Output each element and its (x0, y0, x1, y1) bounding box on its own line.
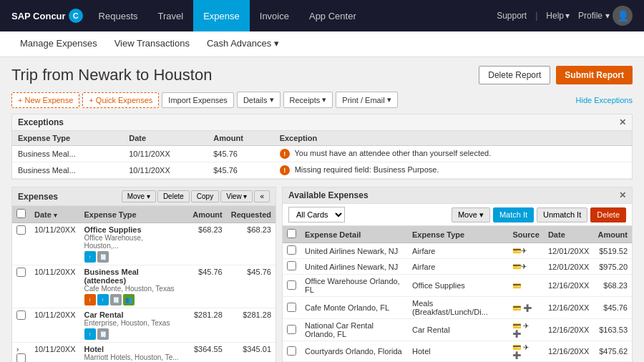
available-expense-checkbox[interactable] (287, 261, 296, 270)
expense-receipt-icon[interactable]: 🧾 (97, 251, 109, 263)
help-link[interactable]: Help ▾ (546, 11, 570, 21)
expenses-col-date: Date ▾ (30, 206, 80, 223)
expense-checkbox[interactable] (16, 268, 26, 277)
expenses-delete-button[interactable]: Delete (157, 190, 190, 202)
print-chevron-icon: ▾ (387, 95, 391, 104)
expense-row: 10/11/20XX Business Meal (attendees) Caf… (12, 265, 275, 308)
expense-action-icon[interactable]: ↑ (84, 328, 96, 340)
expense-receipt-icon[interactable]: 🧾 (110, 294, 122, 305)
expense-date: 10/11/20XX (30, 223, 80, 265)
available-expense-row: United Airlines Newark, NJ Airfare 💳✈ 12… (283, 243, 632, 259)
expense-type: Hotel Marriott Hotels, Houston, Te... ↑ … (80, 343, 183, 363)
nav-expense[interactable]: Expense (193, 0, 250, 31)
expenses-view-button[interactable]: View ▾ (220, 190, 253, 202)
available-unmatch-button[interactable]: Unmatch It (537, 207, 587, 222)
receipts-button[interactable]: Receipts ▾ (283, 92, 333, 108)
profile-chevron-icon: ▾ (605, 11, 610, 21)
toolbar-right: Hide Exceptions (576, 95, 633, 105)
expense-receipt-icon[interactable]: 🧾 (97, 328, 109, 340)
help-chevron-icon: ▾ (565, 11, 570, 21)
available-expenses-close-button[interactable]: ✕ (619, 190, 626, 200)
print-email-button[interactable]: Print / Email ▾ (336, 92, 397, 108)
details-chevron-icon: ▾ (270, 95, 274, 104)
avail-amount: $68.23 (593, 275, 632, 297)
expense-action-icon[interactable]: ↑ (97, 294, 109, 305)
available-expense-checkbox[interactable] (287, 280, 296, 290)
sub-navigation: Manage Expenses View Transactions Cash A… (0, 31, 644, 57)
expense-checkbox[interactable] (16, 225, 26, 235)
nav-divider: | (535, 11, 537, 21)
subnav-manage-expenses[interactable]: Manage Expenses (11, 31, 106, 57)
avail-type: Meals (Breakfast/Lunch/Di... (408, 297, 508, 319)
available-expense-checkbox[interactable] (287, 245, 296, 255)
avail-type: Car Rental (408, 319, 508, 341)
submit-report-button[interactable]: Submit Report (556, 66, 633, 84)
exceptions-close-button[interactable]: ✕ (619, 117, 626, 127)
expense-checkbox[interactable] (16, 353, 26, 362)
avail-type: Office Supplies (408, 275, 508, 297)
report-header: Trip from Newark to Houston Delete Repor… (11, 66, 633, 84)
avail-date: 12/16/20XX (544, 275, 594, 297)
select-all-expenses-checkbox[interactable] (16, 209, 26, 218)
nav-travel[interactable]: Travel (148, 0, 194, 31)
expense-action-icon[interactable]: ↑ (84, 251, 96, 263)
avail-detail: United Airlines Newark, NJ (301, 243, 408, 259)
expense-amount: $45.76 (183, 265, 227, 308)
exc-amount: $45.76 (208, 146, 273, 162)
available-move-button[interactable]: Move ▾ (452, 207, 490, 222)
exception-row: Business Meal... 10/11/20XX $45.76 ! Mis… (12, 162, 632, 179)
nav-requests[interactable]: Requests (89, 0, 148, 31)
new-expense-button[interactable]: + New Expense (11, 92, 79, 108)
avail-amount: $519.52 (593, 243, 632, 259)
exc-type: Business Meal... (12, 146, 123, 162)
receipts-chevron-icon: ▾ (322, 95, 326, 104)
available-expense-checkbox[interactable] (287, 346, 296, 356)
expenses-header-actions: Move ▾ Delete Copy View ▾ « (122, 190, 270, 202)
expense-row: 10/11/20XX Office Supplies Office Wareho… (12, 223, 275, 265)
import-expenses-button[interactable]: Import Expenses (162, 92, 234, 108)
available-expense-checkbox[interactable] (287, 303, 296, 312)
card-select-dropdown[interactable]: All Cards (288, 207, 345, 222)
support-link[interactable]: Support (497, 11, 527, 21)
expand-chevron-icon[interactable]: › (16, 346, 19, 353)
available-expense-checkbox[interactable] (287, 325, 296, 334)
expenses-copy-button[interactable]: Copy (191, 190, 219, 202)
expense-type: Office Supplies Office Warehouse, Housto… (80, 223, 183, 265)
sap-concur-logo: SAP Concur C (11, 9, 83, 23)
subnav-cash-advances[interactable]: Cash Advances ▾ (198, 31, 288, 57)
select-all-available-checkbox[interactable] (287, 229, 296, 238)
available-match-button[interactable]: Match It (493, 207, 534, 222)
avail-detail: Office Warehouse Orlando, FL (301, 275, 408, 297)
expenses-collapse-button[interactable]: « (254, 190, 270, 202)
avail-col-detail: Expense Detail (301, 226, 408, 243)
expense-checkbox[interactable] (16, 310, 26, 320)
profile-link[interactable]: Profile ▾ 👤 (578, 6, 633, 26)
expenses-move-button[interactable]: Move ▾ (122, 190, 156, 202)
subnav-view-transactions[interactable]: View Transactions (106, 31, 198, 57)
exc-col-amount: Amount (208, 131, 273, 146)
expense-toolbar: + New Expense + Quick Expenses Import Ex… (11, 92, 633, 108)
quick-expenses-button[interactable]: + Quick Expenses (82, 92, 159, 108)
report-title: Trip from Newark to Houston (11, 66, 212, 84)
available-delete-button[interactable]: Delete (590, 207, 626, 222)
expense-date: 10/11/20XX (30, 308, 80, 343)
main-area: Expenses Move ▾ Delete Copy View ▾ « Dat… (11, 187, 633, 362)
avail-type: Airfare (408, 243, 508, 259)
avail-date: 12/01/20XX (544, 243, 594, 259)
exception-warning-icon: ! (280, 149, 290, 159)
delete-report-button[interactable]: Delete Report (479, 66, 550, 84)
nav-invoice[interactable]: Invoice (250, 0, 299, 31)
top-navigation: SAP Concur C Requests Travel Expense Inv… (0, 0, 644, 31)
expense-requested: $345.01 (227, 343, 275, 363)
details-button[interactable]: Details ▾ (237, 92, 280, 108)
avail-source: 💳 ✈ ➕ (508, 319, 543, 341)
avail-col-date: Date (544, 226, 594, 243)
expense-error-icon[interactable]: ! (84, 294, 96, 305)
available-expenses-table: Expense Detail Expense Type Source Date … (283, 226, 632, 362)
expense-date: 10/11/20XX (30, 343, 80, 363)
nav-app-center[interactable]: App Center (299, 0, 366, 31)
expense-attendee-icon[interactable]: 👥 (123, 294, 135, 305)
expense-requested: $68.23 (227, 223, 275, 265)
hide-exceptions-link[interactable]: Hide Exceptions (576, 96, 633, 104)
expense-amount: $281.28 (183, 308, 227, 343)
